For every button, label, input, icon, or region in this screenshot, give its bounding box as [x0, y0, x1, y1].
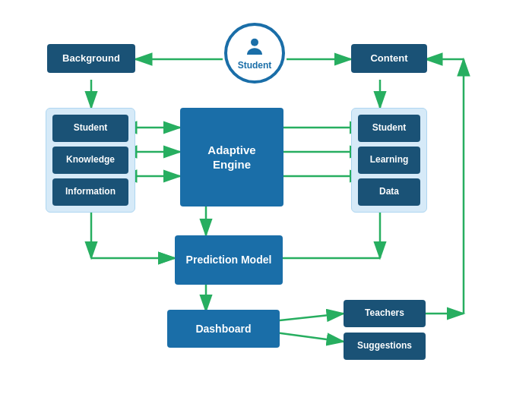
diagram: Student Background Content Student Knowl… — [0, 0, 532, 413]
adaptive-engine-label: Adaptive Engine — [188, 143, 276, 172]
left-information-box: Information — [52, 178, 128, 206]
right-data-box: Data — [358, 178, 420, 206]
svg-point-2 — [251, 39, 258, 46]
content-label: Content — [370, 52, 407, 65]
left-knowledge-box: Knowledge — [52, 147, 128, 174]
background-box: Background — [47, 44, 135, 73]
prediction-model-label: Prediction Model — [186, 253, 272, 266]
student-label: Student — [238, 60, 272, 71]
right-student-box: Student — [358, 115, 420, 142]
left-student-box: Student — [52, 115, 128, 142]
dashboard-label: Dashboard — [195, 322, 251, 336]
suggestions-box: Suggestions — [344, 333, 426, 360]
content-box: Content — [351, 44, 427, 73]
right-group: Student Learning Data — [351, 108, 427, 213]
right-learning-box: Learning — [358, 147, 420, 174]
teachers-box: Teachers — [344, 300, 426, 327]
dashboard-box: Dashboard — [167, 310, 280, 348]
adaptive-engine-box: Adaptive Engine — [180, 108, 283, 206]
prediction-model-box: Prediction Model — [175, 235, 283, 285]
left-group: Student Knowledge Information — [46, 108, 135, 213]
student-icon — [243, 36, 266, 58]
student-circle: Student — [224, 23, 285, 84]
background-label: Background — [62, 52, 120, 65]
